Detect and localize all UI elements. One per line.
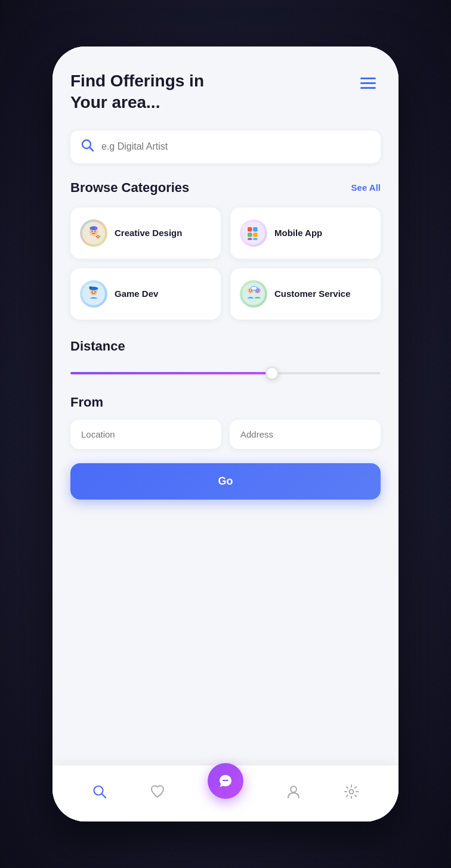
- search-bar: [70, 131, 381, 163]
- game-dev-icon: [80, 280, 107, 308]
- from-section: From: [70, 395, 381, 449]
- svg-rect-38: [223, 780, 228, 781]
- search-icon: [81, 139, 94, 155]
- svg-point-26: [94, 291, 95, 292]
- nav-item-profile[interactable]: [286, 784, 301, 799]
- distance-section: Distance: [70, 339, 381, 380]
- category-card-game-dev[interactable]: Game Dev: [70, 268, 221, 320]
- page-title: Find Offerings in Your area...: [70, 70, 204, 114]
- svg-point-10: [97, 235, 98, 236]
- see-all-button[interactable]: See All: [351, 182, 381, 193]
- slider-fill: [70, 372, 272, 374]
- svg-point-29: [249, 289, 251, 290]
- customer-service-label: Customer Service: [274, 289, 351, 299]
- phone-shell: Find Offerings in Your area...: [0, 0, 451, 868]
- svg-point-39: [291, 786, 296, 792]
- svg-point-4: [92, 230, 93, 231]
- header: Find Offerings in Your area...: [70, 70, 381, 114]
- creative-design-icon: [80, 219, 107, 247]
- category-card-customer-service[interactable]: Customer Service: [230, 268, 381, 320]
- svg-rect-16: [248, 232, 252, 237]
- menu-button[interactable]: [356, 73, 381, 94]
- mobile-app-label: Mobile App: [274, 228, 322, 238]
- slider-thumb[interactable]: [265, 367, 279, 380]
- nav-item-search[interactable]: [92, 784, 107, 799]
- category-card-creative-design[interactable]: Creative Design: [70, 207, 221, 259]
- phone-frame: Find Offerings in Your area...: [52, 46, 399, 822]
- svg-rect-19: [253, 238, 257, 240]
- svg-point-12: [97, 237, 98, 238]
- customer-service-icon: [240, 280, 267, 308]
- chat-fab-button[interactable]: [208, 763, 243, 799]
- nav-item-settings[interactable]: [344, 784, 359, 799]
- svg-point-9: [96, 235, 97, 237]
- slider-track: [70, 372, 381, 374]
- from-inputs: [70, 420, 381, 449]
- svg-rect-14: [248, 227, 252, 231]
- category-card-mobile-app[interactable]: Mobile App: [230, 207, 381, 259]
- search-input[interactable]: [101, 141, 370, 152]
- svg-line-37: [101, 794, 106, 798]
- svg-rect-17: [253, 232, 257, 237]
- creative-design-label: Creative Design: [115, 228, 182, 238]
- location-input[interactable]: [70, 420, 221, 449]
- svg-rect-24: [89, 286, 92, 288]
- go-button[interactable]: Go: [70, 463, 381, 500]
- categories-grid: Creative Design: [70, 207, 381, 320]
- nav-item-favorites[interactable]: [150, 784, 165, 799]
- categories-title: Browse Categories: [70, 180, 189, 196]
- svg-point-5: [94, 230, 95, 231]
- svg-point-33: [258, 289, 259, 290]
- svg-line-1: [89, 147, 93, 151]
- distance-title: Distance: [70, 339, 381, 354]
- svg-point-40: [350, 790, 354, 794]
- content-area: Find Offerings in Your area...: [52, 52, 399, 765]
- address-input[interactable]: [230, 420, 381, 449]
- from-title: From: [70, 395, 381, 410]
- categories-header: Browse Categories See All: [70, 180, 381, 196]
- svg-point-25: [92, 291, 93, 292]
- distance-slider-container: [70, 366, 381, 380]
- mobile-app-icon: [240, 219, 267, 247]
- bottom-nav: [52, 765, 399, 822]
- game-dev-label: Game Dev: [115, 289, 158, 299]
- svg-rect-18: [248, 238, 252, 240]
- svg-rect-34: [251, 286, 257, 290]
- svg-point-7: [95, 227, 97, 228]
- svg-point-11: [99, 235, 100, 237]
- svg-point-27: [242, 283, 265, 305]
- screen: Find Offerings in Your area...: [52, 46, 399, 822]
- svg-rect-15: [253, 227, 257, 231]
